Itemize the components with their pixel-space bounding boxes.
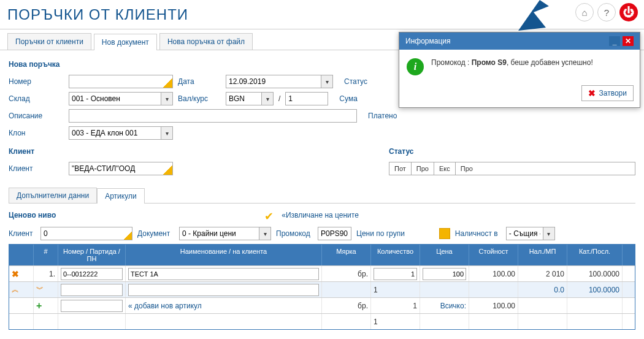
close-x-icon: ✖ bbox=[588, 88, 596, 98]
status-btn-eks[interactable]: Екс bbox=[434, 162, 456, 175]
chevron-down-icon[interactable]: ▾ bbox=[543, 227, 555, 240]
number-input[interactable] bbox=[69, 75, 173, 88]
col-name: Наименование / на клиента bbox=[126, 245, 322, 265]
label-description: Описание bbox=[9, 112, 64, 120]
row-remove-icon[interactable]: ✖ bbox=[9, 266, 34, 281]
status-btn-pro2[interactable]: Про bbox=[456, 162, 478, 175]
label-stock-in: Наличност в bbox=[455, 229, 501, 238]
cell-stock-2: 0.0 bbox=[518, 282, 567, 297]
cell-last-2: 100.0000 bbox=[567, 282, 623, 297]
popup-minimize-icon[interactable]: _ bbox=[609, 36, 620, 46]
total-sum: 100.00 bbox=[469, 298, 518, 313]
col-last: Кат./Посл. bbox=[567, 245, 623, 265]
cell-code-new[interactable] bbox=[61, 300, 123, 312]
subtab-articles[interactable]: Артикули bbox=[97, 188, 144, 204]
cell-name-input-2[interactable] bbox=[128, 284, 319, 296]
label-warehouse: Склад bbox=[9, 94, 64, 103]
label-number: Номер bbox=[9, 77, 64, 86]
col-num: # bbox=[34, 245, 58, 265]
label-paid: Платено bbox=[368, 112, 405, 120]
promo-input[interactable] bbox=[318, 227, 351, 240]
stock-select[interactable] bbox=[506, 227, 543, 240]
tab-orders[interactable]: Поръчки от клиенти bbox=[7, 33, 91, 50]
cell-qty-2: 1 bbox=[371, 282, 420, 297]
branch-select[interactable] bbox=[69, 126, 161, 140]
cell-stock: 2 010 bbox=[518, 266, 567, 281]
label-price-doc: Документ bbox=[137, 229, 174, 238]
info-icon: i bbox=[407, 58, 424, 75]
logo-bird-icon bbox=[515, 0, 552, 34]
sub-tabs: Допълнителни данни Артикули bbox=[9, 188, 635, 204]
label-sum: Сума bbox=[339, 94, 376, 103]
power-icon[interactable]: ⏻ bbox=[619, 3, 638, 21]
help-icon[interactable]: ? bbox=[597, 3, 616, 21]
tab-order-from-file[interactable]: Нова поръчка от файл bbox=[159, 33, 253, 50]
popup-close-button[interactable]: ✖ Затвори bbox=[581, 85, 634, 101]
check-icon: ✔ bbox=[264, 210, 275, 221]
client-input[interactable] bbox=[69, 162, 173, 175]
col-qty: Количество bbox=[371, 245, 420, 265]
group-prices-link[interactable]: Цени по групи bbox=[356, 229, 405, 238]
col-code: Номер / Партида / ПН bbox=[58, 245, 126, 265]
blank-qty: 1 bbox=[371, 314, 420, 329]
warehouse-select[interactable] bbox=[69, 92, 161, 105]
chevron-down-icon[interactable]: ▾ bbox=[259, 227, 271, 240]
stock-toggle[interactable] bbox=[439, 228, 450, 239]
subtab-additional-data[interactable]: Допълнителни данни bbox=[9, 188, 97, 203]
chevron-down-icon[interactable]: ▾ bbox=[261, 92, 274, 105]
cell-num: 1. bbox=[34, 266, 58, 281]
section-status: Статус bbox=[389, 147, 635, 156]
cell-price-input[interactable] bbox=[423, 268, 466, 280]
label-currency: Вал/курс bbox=[178, 94, 221, 103]
cell-last: 100.0000 bbox=[567, 266, 623, 281]
label-promo: Промокод bbox=[276, 229, 313, 238]
col-price: Цена bbox=[420, 245, 469, 265]
rate-input[interactable] bbox=[285, 92, 328, 105]
slash-sep: / bbox=[278, 94, 280, 103]
cell-unit: бр. bbox=[322, 266, 371, 281]
total-qty: 1 bbox=[371, 298, 420, 313]
chevron-down-icon[interactable]: ▾ bbox=[161, 92, 173, 105]
popup-title: Информация bbox=[405, 37, 450, 45]
status-btn-pro[interactable]: Про bbox=[412, 162, 434, 175]
status-btn-pot[interactable]: Пот bbox=[389, 162, 412, 175]
cell-code-input-2[interactable] bbox=[61, 284, 123, 296]
home-icon[interactable]: ⌂ bbox=[575, 3, 594, 21]
popup-close-icon[interactable]: ✕ bbox=[623, 36, 634, 46]
label-client: Клиент bbox=[9, 164, 64, 173]
col-stock: Нал./МП bbox=[518, 245, 567, 265]
section-client: Клиент bbox=[9, 147, 364, 156]
date-input[interactable] bbox=[226, 75, 321, 88]
extract-prices-link[interactable]: «Извличане на цените bbox=[282, 211, 359, 219]
add-article-link[interactable]: « добави нов артикул bbox=[126, 298, 322, 313]
date-picker-icon[interactable]: ▾ bbox=[321, 75, 333, 88]
cell-qty-input[interactable] bbox=[374, 268, 417, 280]
tab-new-doc[interactable]: Нов документ bbox=[94, 34, 157, 50]
page-title: ПОРЪЧКИ ОТ КЛИЕНТИ bbox=[7, 6, 188, 23]
price-client-input[interactable] bbox=[40, 227, 132, 240]
collapse-up-icon[interactable]: ︽ bbox=[12, 284, 19, 295]
currency-select[interactable] bbox=[226, 92, 261, 105]
description-input[interactable] bbox=[69, 109, 357, 123]
chevron-down-icon[interactable]: ▾ bbox=[161, 126, 173, 140]
popup-message: Промокод : Промо S9, беше добавен успешн… bbox=[431, 58, 593, 67]
cell-sum: 100.00 bbox=[469, 266, 518, 281]
articles-grid: # Номер / Партида / ПН Наименование / на… bbox=[9, 244, 635, 330]
section-price-level: Ценово ниво bbox=[9, 211, 56, 219]
label-price-client: Клиент bbox=[9, 229, 36, 238]
total-label: Всичко: bbox=[420, 298, 469, 313]
total-unit: бр. bbox=[322, 298, 371, 313]
add-row-icon[interactable]: + bbox=[36, 300, 42, 311]
status-buttons: Пот Про Екс Про bbox=[389, 162, 635, 175]
cell-name-input[interactable] bbox=[128, 268, 319, 280]
price-doc-select[interactable] bbox=[179, 227, 259, 240]
cell-code-input[interactable] bbox=[61, 268, 123, 280]
label-branch: Клон bbox=[9, 129, 64, 137]
info-popup: Информация _ ✕ i Промокод : Промо S9, бе… bbox=[399, 32, 640, 108]
label-date: Дата bbox=[178, 77, 221, 86]
expand-down-icon[interactable]: ︾ bbox=[36, 284, 44, 295]
col-unit: Мярка bbox=[322, 245, 371, 265]
label-status: Статус bbox=[344, 77, 381, 86]
col-sum: Стойност bbox=[469, 245, 518, 265]
